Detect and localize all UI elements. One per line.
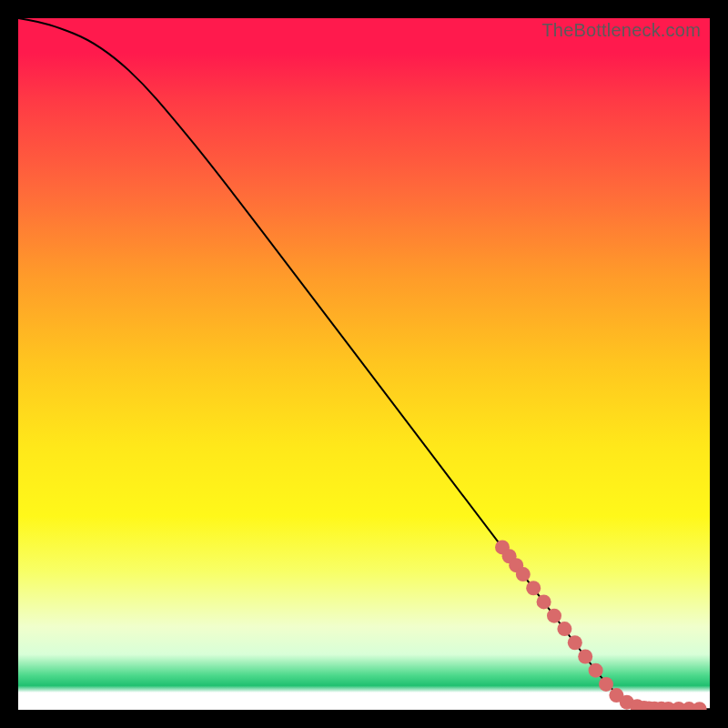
data-markers	[495, 540, 707, 710]
data-point	[516, 567, 531, 581]
main-curve	[18, 18, 710, 709]
data-point	[568, 635, 582, 650]
data-point	[547, 609, 561, 623]
data-point	[537, 594, 551, 609]
data-point	[557, 622, 571, 636]
data-point	[589, 663, 603, 678]
data-point	[578, 649, 592, 663]
data-point	[693, 702, 707, 710]
data-point	[526, 581, 541, 595]
chart-frame: TheBottleneck.com	[0, 0, 728, 728]
data-point	[599, 677, 613, 692]
plot-area: TheBottleneck.com	[18, 18, 710, 710]
curve-layer	[18, 18, 710, 710]
